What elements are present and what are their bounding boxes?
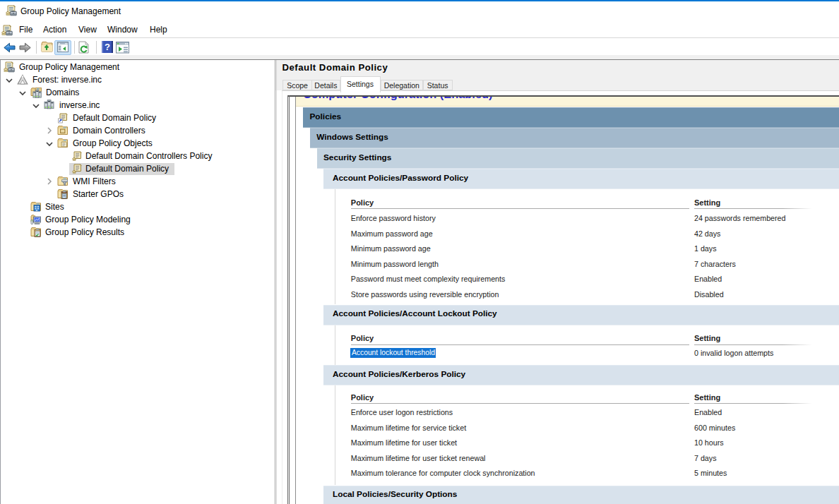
svg-text:?: ?	[105, 42, 110, 52]
